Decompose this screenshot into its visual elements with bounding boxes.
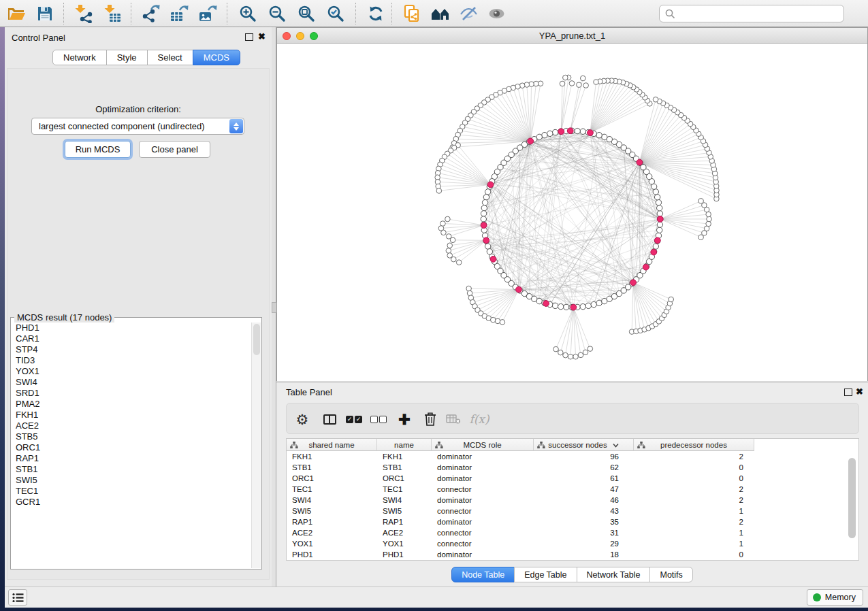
zoom-selected-button[interactable]: [325, 4, 346, 23]
zoom-fit-button[interactable]: [296, 4, 317, 23]
graph-ring-node[interactable]: [656, 199, 661, 205]
table-row[interactable]: FKH1FKH1dominator962: [287, 451, 858, 462]
graph-leaf-node[interactable]: [588, 346, 593, 352]
graph-leaf-node[interactable]: [707, 216, 712, 222]
search-input[interactable]: [679, 7, 843, 20]
mcds-result-item[interactable]: SRD1: [12, 388, 251, 399]
table-row[interactable]: STB1STB1dominator620: [287, 462, 858, 473]
export-table-button[interactable]: [169, 4, 189, 23]
graph-leaf-node[interactable]: [495, 318, 500, 324]
graph-ring-node[interactable]: [558, 303, 564, 309]
vertical-splitter[interactable]: [272, 27, 276, 587]
export-network-button[interactable]: [140, 4, 161, 23]
graph-ring-node[interactable]: [596, 300, 602, 306]
mcds-result-item[interactable]: RAP1: [12, 453, 251, 464]
graph-mcds-node[interactable]: [654, 237, 660, 244]
table-row[interactable]: PHD1PHD1dominator180: [287, 549, 858, 560]
graph-ring-node[interactable]: [483, 195, 489, 200]
mcds-result-item[interactable]: CAR1: [12, 333, 251, 344]
graph-leaf-node[interactable]: [436, 188, 442, 194]
column-header-predecessor-nodes[interactable]: predecessor nodes: [634, 439, 754, 451]
graph-leaf-node[interactable]: [569, 81, 575, 86]
mcds-result-item[interactable]: TEC1: [12, 486, 251, 497]
graph-mcds-node[interactable]: [570, 304, 577, 310]
column-header-name[interactable]: name: [377, 439, 432, 451]
graph-leaf-node[interactable]: [573, 354, 579, 359]
mcds-result-item[interactable]: ORC1: [12, 442, 251, 453]
mcds-result-item[interactable]: FKH1: [12, 410, 251, 420]
column-header-successor-nodes[interactable]: successor nodes: [534, 439, 634, 451]
close-panel-icon[interactable]: ✖: [258, 31, 266, 42]
graph-ring-node[interactable]: [653, 189, 658, 195]
mcds-result-item[interactable]: YOX1: [12, 366, 251, 377]
graph-ring-node[interactable]: [481, 211, 486, 216]
graph-ring-node[interactable]: [536, 298, 542, 303]
graph-mcds-node[interactable]: [637, 159, 643, 165]
tab-style[interactable]: Style: [106, 50, 148, 65]
table-row[interactable]: ORC1ORC1dominator610: [287, 473, 858, 484]
mcds-result-item[interactable]: STB5: [12, 431, 251, 442]
first-neighbors-button[interactable]: [430, 4, 451, 23]
table-row[interactable]: RAP1RAP1dominator352: [287, 516, 858, 527]
graph-leaf-node[interactable]: [560, 81, 565, 86]
graph-leaf-node[interactable]: [447, 243, 453, 248]
mcds-result-item[interactable]: GCR1: [12, 497, 251, 508]
table-row[interactable]: YOX1YOX1connector291: [287, 538, 858, 549]
graph-ring-node[interactable]: [552, 129, 558, 135]
mcds-result-item[interactable]: PMA2: [12, 399, 251, 410]
graph-ring-node[interactable]: [552, 303, 558, 308]
graph-mcds-node[interactable]: [558, 129, 564, 135]
tab-node-table[interactable]: Node Table: [451, 567, 515, 582]
graph-mcds-node[interactable]: [543, 301, 549, 307]
memory-button[interactable]: Memory: [807, 589, 863, 606]
mcds-result-item[interactable]: SWI4: [12, 377, 251, 388]
network-titlebar[interactable]: YPA_prune.txt_1: [277, 28, 867, 44]
graph-mcds-node[interactable]: [643, 264, 649, 270]
optimization-select[interactable]: largest connected component (undirected): [31, 118, 244, 135]
open-file-button[interactable]: [5, 4, 26, 23]
graph-ring-node[interactable]: [653, 244, 658, 249]
table-row[interactable]: ACE2ACE2connector311: [287, 527, 858, 538]
export-image-button[interactable]: [197, 4, 218, 23]
tab-motifs[interactable]: Motifs: [649, 567, 692, 582]
graph-ring-node[interactable]: [481, 216, 486, 222]
graph-leaf-node[interactable]: [578, 352, 583, 358]
graph-ring-node[interactable]: [654, 195, 660, 200]
float-table-panel-icon[interactable]: [844, 389, 852, 396]
column-header-shared-name[interactable]: shared name: [287, 439, 377, 451]
graph-leaf-node[interactable]: [669, 297, 674, 302]
graph-leaf-node[interactable]: [583, 83, 589, 88]
graph-mcds-node[interactable]: [487, 182, 494, 188]
hide-selected-button[interactable]: [458, 4, 479, 23]
add-column-button[interactable]: ✚: [394, 409, 415, 429]
graph-leaf-node[interactable]: [580, 76, 585, 81]
graph-leaf-node[interactable]: [441, 230, 447, 235]
tab-network[interactable]: Network: [52, 50, 107, 65]
mcds-result-item[interactable]: PHD1: [12, 323, 251, 333]
task-history-button[interactable]: [8, 589, 27, 606]
graph-mcds-node[interactable]: [630, 280, 637, 286]
graph-leaf-node[interactable]: [558, 350, 564, 355]
tab-select[interactable]: Select: [147, 50, 193, 65]
table-row[interactable]: TEC1TEC1connector472: [287, 484, 858, 495]
graph-leaf-node[interactable]: [706, 221, 711, 227]
graph-leaf-node[interactable]: [577, 82, 582, 88]
graph-mcds-node[interactable]: [481, 222, 487, 229]
zoom-out-button[interactable]: [267, 4, 287, 23]
close-panel-button[interactable]: Close panel: [139, 141, 210, 158]
column-header-MCDS-role[interactable]: MCDS role: [432, 439, 534, 451]
mcds-result-item[interactable]: SWI5: [12, 475, 251, 486]
graph-mcds-node[interactable]: [528, 138, 534, 144]
deselect-all-columns-button[interactable]: [368, 409, 389, 429]
graph-leaf-node[interactable]: [698, 199, 704, 204]
mcds-result-item[interactable]: STP4: [12, 344, 251, 355]
show-all-button[interactable]: [486, 4, 507, 23]
delete-column-button[interactable]: [420, 409, 440, 429]
mcds-result-item[interactable]: TID3: [12, 355, 251, 366]
float-panel-icon[interactable]: [245, 33, 253, 41]
graph-ring-node[interactable]: [481, 205, 487, 211]
run-mcds-button[interactable]: Run MCDS: [65, 141, 131, 158]
refresh-view-button[interactable]: [366, 4, 386, 23]
graph-leaf-node[interactable]: [568, 354, 573, 359]
graph-mcds-node[interactable]: [483, 237, 489, 244]
